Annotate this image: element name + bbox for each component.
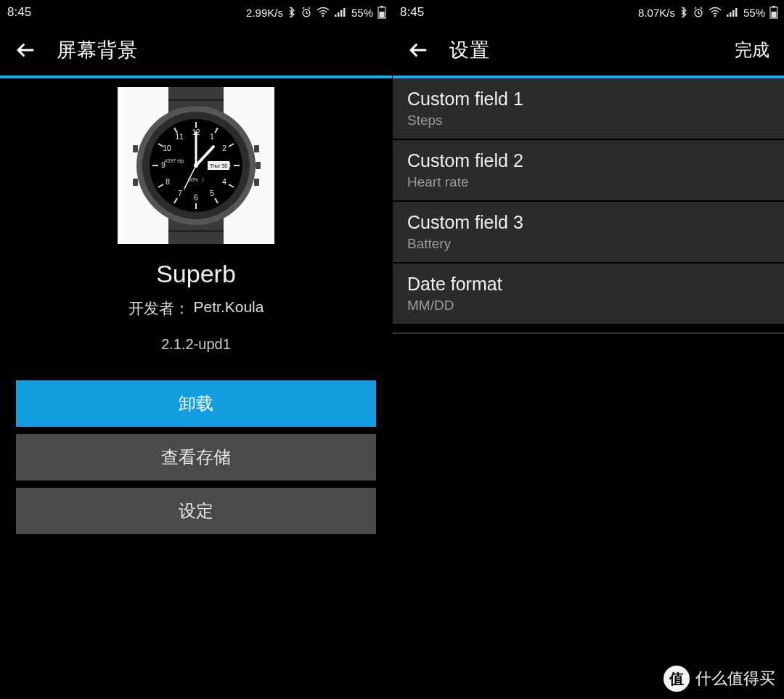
svg-rect-52 — [133, 179, 138, 186]
svg-text:1: 1 — [210, 133, 214, 141]
svg-text:4: 4 — [222, 178, 226, 186]
setting-title: Date format — [407, 274, 769, 295]
page-title: 设置 — [449, 37, 490, 63]
back-icon[interactable] — [407, 39, 429, 61]
wifi-icon — [709, 7, 722, 17]
svg-point-47 — [194, 163, 198, 168]
watermark: 值 什么值得买 — [663, 666, 775, 692]
clock: 8:45 — [400, 5, 424, 20]
svg-rect-57 — [732, 10, 735, 17]
watchface-detail: 12 1 2 3 4 5 6 7 8 9 10 11 4397 stp — [0, 78, 392, 699]
app-bar-left: 屏幕背景 — [0, 25, 392, 75]
watermark-badge: 值 — [663, 666, 690, 692]
svg-rect-48 — [254, 145, 259, 152]
svg-rect-55 — [727, 15, 729, 17]
developer-name: Petr.Koula — [194, 298, 264, 319]
net-speed: 2.99K/s — [246, 7, 283, 19]
right-pane: 8:45 8.07K/s 55% — [392, 0, 784, 699]
wifi-icon — [317, 7, 330, 17]
setting-value: Heart rate — [407, 174, 769, 190]
uninstall-button[interactable]: 卸载 — [16, 380, 376, 427]
settings-list: Custom field 1 Steps Custom field 2 Hear… — [393, 78, 784, 334]
svg-text:4397 stp: 4397 stp — [165, 158, 184, 164]
status-bar-right: 8:45 8.07K/s 55% — [393, 0, 784, 25]
svg-point-54 — [714, 15, 716, 17]
setting-custom-field-1[interactable]: Custom field 1 Steps — [393, 78, 784, 140]
left-pane: 8:45 2.99K/s 55% — [0, 0, 392, 699]
svg-text:8: 8 — [166, 178, 170, 186]
developer-row: 开发者： Petr.Koula — [128, 298, 264, 319]
net-speed: 8.07K/s — [638, 7, 675, 19]
svg-rect-12 — [168, 230, 224, 232]
svg-rect-5 — [343, 8, 346, 17]
svg-rect-51 — [133, 145, 138, 152]
done-button[interactable]: 完成 — [735, 38, 769, 62]
svg-rect-61 — [772, 12, 777, 17]
svg-text:10: 10 — [163, 144, 171, 152]
svg-text:5: 5 — [210, 189, 214, 197]
alarm-icon — [301, 7, 312, 18]
battery-icon — [769, 6, 778, 19]
battery-pct: 55% — [743, 7, 765, 19]
svg-point-1 — [322, 15, 324, 17]
watchface-preview: 12 1 2 3 4 5 6 7 8 9 10 11 4397 stp — [118, 87, 274, 244]
setting-custom-field-2[interactable]: Custom field 2 Heart rate — [393, 140, 784, 202]
setting-custom-field-3[interactable]: Custom field 3 Battery — [393, 202, 784, 263]
page-title: 屏幕背景 — [57, 37, 138, 63]
svg-text:6: 6 — [194, 194, 198, 202]
back-icon[interactable] — [15, 39, 36, 61]
alarm-icon — [693, 7, 704, 18]
svg-rect-4 — [340, 10, 343, 17]
svg-rect-8 — [380, 12, 385, 17]
setting-value: Steps — [407, 113, 769, 128]
bluetooth-icon — [679, 7, 688, 18]
app-bar-right: 设置 完成 — [393, 25, 784, 75]
status-bar-left: 8:45 2.99K/s 55% — [0, 0, 392, 25]
signal-icon — [726, 7, 739, 17]
battery-pct: 55% — [351, 7, 373, 19]
settings-button[interactable]: 设定 — [16, 488, 376, 534]
svg-rect-2 — [335, 15, 337, 17]
svg-rect-50 — [254, 179, 259, 186]
svg-text:Thur 30: Thur 30 — [210, 163, 227, 168]
setting-date-format[interactable]: Date format MM/DD — [393, 263, 784, 325]
developer-label: 开发者： — [128, 298, 189, 319]
bluetooth-icon — [287, 7, 296, 18]
battery-icon — [377, 6, 386, 19]
svg-text:7: 7 — [178, 189, 182, 197]
svg-rect-49 — [256, 162, 261, 169]
svg-rect-3 — [338, 12, 340, 17]
svg-rect-11 — [168, 99, 224, 101]
version-label: 2.1.2-upd1 — [161, 336, 231, 353]
setting-title: Custom field 3 — [407, 212, 769, 233]
setting-value: MM/DD — [407, 298, 769, 314]
clock: 8:45 — [7, 5, 31, 20]
svg-text:2: 2 — [222, 144, 226, 152]
svg-rect-58 — [735, 8, 738, 17]
setting-title: Custom field 2 — [407, 150, 769, 171]
setting-title: Custom field 1 — [407, 89, 769, 110]
svg-text:11: 11 — [175, 133, 184, 141]
setting-value: Battery — [407, 236, 769, 252]
signal-icon — [334, 7, 347, 17]
watchface-name: Superb — [156, 260, 236, 288]
view-storage-button[interactable]: 查看存储 — [16, 434, 376, 481]
svg-rect-56 — [730, 12, 732, 17]
watermark-text: 什么值得买 — [695, 668, 775, 690]
list-end-divider — [393, 332, 784, 334]
